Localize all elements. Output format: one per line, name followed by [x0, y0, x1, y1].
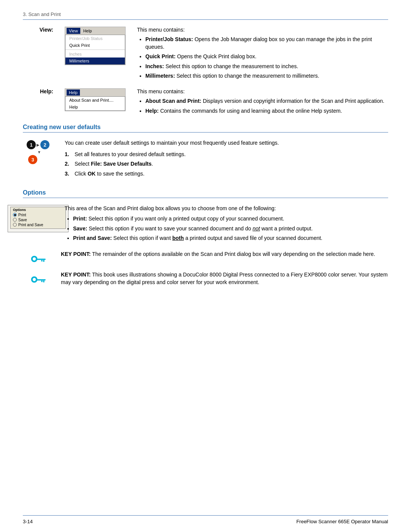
bullet-about: About Scan and Print: Displays version a… [145, 97, 388, 105]
help-menu-screenshot: Help About Scan and Print.... Help [65, 88, 126, 111]
key-point-2-row: KEY POINT: This book uses illustrations … [23, 271, 388, 286]
svg-rect-4 [41, 260, 42, 261]
step-1-num: 1. [65, 151, 72, 158]
key-point-1: KEY POINT: The remainder of the options … [61, 251, 388, 258]
help-label: Help: [23, 88, 53, 94]
bullet-print-and-save: Print and Save: Select this option if wa… [73, 235, 388, 242]
svg-rect-2 [37, 259, 46, 260]
help-section: Help: Help About Scan and Print.... Help… [23, 88, 388, 117]
radio-save: Save [13, 218, 63, 222]
step-circle-1: 1 [27, 140, 36, 149]
help-content: This menu contains: About Scan and Print… [137, 88, 388, 117]
key-point-2-text: KEY POINT: This book uses illustrations … [61, 271, 388, 286]
step-circle-3: 3 [28, 155, 37, 164]
help-menu-bar-help: Help [67, 89, 80, 96]
creating-steps: 1. Set all features to your desired defa… [65, 151, 388, 178]
bullet-printer-job: Printer/Job Status: Opens the Job Manage… [145, 36, 388, 51]
options-screenshot: Options Print Save Print and Save [8, 205, 68, 232]
options-content-row: Options Print Save Print and Save [23, 205, 388, 244]
options-bullets: Print: Select this option if you want on… [65, 215, 388, 242]
svg-point-1 [33, 257, 36, 260]
radio-save-circle [13, 218, 17, 222]
view-menu-bar-help: Help [81, 28, 94, 34]
svg-rect-3 [43, 260, 44, 262]
menu-item-millimeters: Millimeters [65, 58, 125, 64]
help-bullets: About Scan and Print: Displays version a… [137, 97, 388, 115]
view-label: View: [23, 27, 53, 33]
creating-intro: You can create user default settings to … [65, 139, 388, 147]
footer-right: FreeFlow Scanner 665E Operator Manual [296, 519, 388, 524]
step-2: 2. Select File: Save User Defaults. [65, 160, 388, 168]
svg-point-6 [33, 278, 36, 281]
step-2-num: 2. [65, 160, 72, 168]
step-2-text: Select File: Save User Defaults. [75, 160, 153, 168]
creating-content: You can create user default settings to … [65, 139, 388, 180]
key-icon-1 [23, 251, 53, 266]
menu-item-inches: Inches [65, 51, 125, 58]
menu-item-help: Help [65, 104, 125, 110]
step-circle-2: 2 [40, 140, 49, 149]
creating-content-row: 1 ▶ 2 ▼ 3 You can create user default se… [23, 139, 388, 180]
radio-save-label: Save [18, 218, 27, 222]
radio-print-save: Print and Save [13, 223, 63, 227]
options-heading: Options [23, 189, 388, 196]
step-3-text: Click OK to save the settings. [75, 170, 145, 178]
view-section: View: View Help Printer/Job Status Quick… [23, 27, 388, 82]
bullet-help-menu: Help: Contains the commands for using an… [145, 107, 388, 115]
step-1: 1. Set all features to your desired defa… [65, 151, 388, 158]
arrow-down-icon: ▼ [37, 150, 41, 154]
view-menu-bar-view: View [67, 28, 80, 34]
options-section: Options Options Print Save [23, 189, 388, 286]
svg-rect-8 [43, 280, 44, 282]
key-svg-1 [29, 252, 48, 266]
arrow-icon: ▶ [37, 143, 40, 147]
options-screenshot-container: Options Print Save Print and Save [23, 205, 53, 232]
creating-section: Creating new user defaults 1 ▶ 2 ▼ 3 [23, 124, 388, 180]
help-desc: This menu contains: [137, 88, 388, 94]
radio-print: Print [13, 213, 63, 217]
bullet-print: Print: Select this option if you want on… [73, 215, 388, 223]
view-desc: This menu contains: [137, 27, 388, 33]
svg-rect-9 [41, 280, 42, 282]
page-footer: 3-14 FreeFlow Scanner 665E Operator Manu… [23, 515, 388, 524]
steps-icon-container: 1 ▶ 2 ▼ 3 [23, 139, 53, 164]
options-title: Options [13, 208, 63, 212]
radio-print-save-label: Print and Save [18, 223, 43, 227]
key-point-2: KEY POINT: This book uses illustrations … [61, 271, 388, 286]
step-1-text: Set all features to your desired default… [75, 151, 186, 158]
options-intro: This area of the Scan and Print dialog b… [65, 205, 388, 212]
radio-print-circle [13, 213, 17, 217]
bullet-save: Save: Select this option if you want to … [73, 225, 388, 233]
step-3: 3. Click OK to save the settings. [65, 170, 388, 178]
key-svg-2 [29, 273, 48, 286]
help-menu-screenshot-container: Help About Scan and Print.... Help [65, 88, 126, 111]
step-3-num: 3. [65, 170, 72, 178]
radio-print-label: Print [18, 213, 26, 217]
creating-heading: Creating new user defaults [23, 124, 388, 131]
bullet-quick-print: Quick Print: Opens the Quick Print dialo… [145, 53, 388, 61]
key-point-1-text: KEY POINT: The remainder of the options … [61, 251, 388, 258]
steps-icon: 1 ▶ 2 ▼ 3 [27, 140, 49, 164]
options-content: This area of the Scan and Print dialog b… [65, 205, 388, 244]
radio-print-save-circle [13, 223, 17, 227]
menu-item-about: About Scan and Print.... [65, 97, 125, 104]
bullet-millimeters: Millimeters: Select this option to chang… [145, 72, 388, 80]
bullet-inches: Inches: Select this option to change the… [145, 63, 388, 70]
key-point-1-row: KEY POINT: The remainder of the options … [23, 251, 388, 266]
view-content: This menu contains: Printer/Job Status: … [137, 27, 388, 82]
menu-item-quick-print: Quick Print [65, 42, 125, 49]
key-icon-2 [23, 271, 53, 286]
page-header: 3. Scan and Print [23, 11, 388, 20]
view-bullets: Printer/Job Status: Opens the Job Manage… [137, 36, 388, 80]
svg-rect-7 [37, 279, 46, 280]
menu-item-printer-job: Printer/Job Status [65, 35, 125, 42]
header-title: 3. Scan and Print [23, 11, 61, 17]
footer-left: 3-14 [23, 519, 33, 524]
view-menu-screenshot: View Help Printer/Job Status Quick Print… [65, 27, 126, 65]
